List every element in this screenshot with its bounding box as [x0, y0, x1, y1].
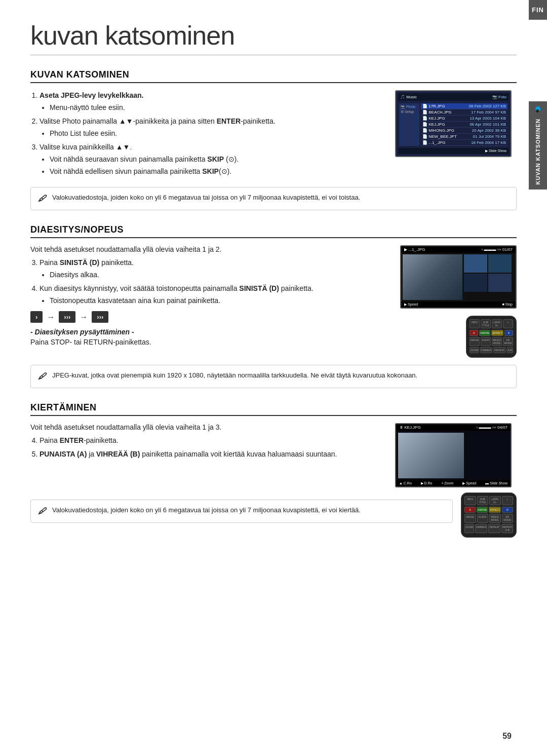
remote2-row2: A AMODE EFFECT D — [464, 507, 513, 513]
sidebar-dot: ● — [535, 106, 540, 111]
plus-btn[interactable]: + — [503, 319, 513, 328]
yellow-btn[interactable]: EFFECT — [491, 330, 503, 336]
r2-yellow-btn[interactable]: EFFECT — [489, 507, 500, 513]
r2-audio-btn[interactable]: AUDIO — [477, 514, 489, 523]
step-3b: Paina SINISTÄ (D) painiketta. Diaesitys … — [40, 257, 390, 280]
thumb2 — [488, 254, 512, 273]
blue-btn[interactable]: D — [504, 330, 513, 336]
file-row-7: 📄 ...1_.JPG 18 Feb 2004 17 KB — [421, 140, 507, 146]
arrow-sep1: → — [47, 313, 55, 322]
ss-stop: ■ Stop — [502, 303, 513, 307]
right-sidebar: ● KUVAN KATSOMINEN — [529, 101, 547, 190]
section2-header: DIAESITYS/NOPEUS — [30, 224, 517, 238]
stop-title: - Diaesityksen pysäyttäminen - — [30, 328, 390, 336]
arrow-sep2: → — [80, 313, 88, 322]
speed-arrows: › → ››› → ››› — [30, 311, 390, 323]
remote2-row3: IMAGE AUDIO MEDIA MODE SIF MODE — [464, 514, 513, 523]
mediamode-btn[interactable]: MEDIA MODE — [492, 337, 502, 346]
section2-content: Voit tehdä asetukset noudattamalla yllä … — [30, 245, 517, 358]
r2-info-btn[interactable]: INFO — [464, 496, 476, 505]
section3-note-area: 🖊 Valokuvatiedostoja, joiden koko on yli… — [30, 493, 517, 538]
green-btn[interactable]: AMODE — [479, 330, 490, 336]
rs-filename: ⏸ KEJ.JPG — [399, 425, 421, 430]
file-row-5: 📄 MIHONG.JPG 20 Apr 2002 38 KB — [421, 128, 507, 134]
step3-subs: Voit nähdä seuraavan sivun painamalla pa… — [40, 154, 385, 177]
r2-zoom2-btn[interactable]: ZOOM — [464, 524, 474, 533]
rotate-screen: ⏸ KEJ.JPG › ▬▬▬ ››› 04/07 ▲ C.Ro ▶ D.Ro … — [395, 423, 512, 487]
ss-footer: ▶ Speed ■ Stop — [401, 301, 516, 308]
repeat-btn[interactable]: REPEAT — [493, 347, 505, 353]
r2-mediamode-btn[interactable]: MEDIA MODE — [489, 514, 501, 523]
section2-note: 🖊 JPEG-kuvat, jotka ovat pienempiä kuin … — [30, 365, 517, 388]
section2-steps: Paina SINISTÄ (D) painiketta. Diaesitys … — [30, 257, 390, 306]
section-kuvan-katsominen: KUVAN KATSOMINEN Aseta JPEG-levy levykel… — [30, 69, 517, 210]
section-diaesitys: DIAESITYS/NOPEUS Voit tehdä asetukset no… — [30, 224, 517, 388]
file-row-6: 📄 NEW_BEE.JPT 01 Jul 2004 79 KB — [421, 134, 507, 140]
r2-repeat-btn[interactable]: REPEAT — [488, 524, 500, 533]
remote-control-2: INFO SUB TITLE +ZRPL S+ + A AMODE EFFECT… — [461, 493, 517, 538]
section2-intro: Voit tehdä asetukset noudattamalla yllä … — [30, 245, 390, 253]
page-title: kuvan katsominen — [30, 20, 517, 55]
photo-list-header: 🎵 Music 📷 Foto — [398, 93, 509, 101]
rs-slideshow: ▬ Slide Show — [485, 481, 507, 485]
remote2-top-buttons: INFO SUB TITLE +ZRPL S+ + — [464, 496, 513, 505]
red-btn[interactable]: A — [470, 330, 478, 336]
subtitle-btn[interactable]: SUB TITLE — [481, 319, 491, 328]
step3-sub2: Voit nähdä edellisen sivun painamalla pa… — [50, 166, 385, 177]
r2-ab-btn[interactable]: REPEAT A-B — [501, 524, 514, 533]
slideshow-screen: ▶ ...1_.JPG › ▬▬▬ ››› 01/07 — [400, 245, 517, 309]
dimmer-btn[interactable]: DIMMER — [480, 347, 492, 353]
note2-icon: 🖊 — [38, 370, 48, 383]
zoom-btn[interactable]: +ZRPL S+ — [492, 319, 502, 328]
arrow1: › — [30, 311, 43, 323]
step-4: Kun diaesitys käynnistyy, voit säätää to… — [40, 283, 390, 306]
section3-header: KIERTÄMINEN — [30, 402, 517, 416]
tab-music: 🎵 Music — [400, 95, 417, 99]
section1-image: 🎵 Music 📷 Foto 📷 Photo ⚙ Setup 📄 17R.JPG… — [395, 90, 517, 157]
section3-content: Voit tehdä asetukset noudattamalla yllä … — [30, 423, 517, 487]
info-btn[interactable]: INFO — [470, 319, 480, 328]
setup-label: ⚙ Setup — [401, 110, 418, 114]
r2-subtitle-btn[interactable]: SUB TITLE — [477, 496, 489, 505]
arrow2: ››› — [59, 311, 75, 323]
section2-text: Voit tehdä asetukset noudattamalla yllä … — [30, 245, 390, 346]
ab-btn[interactable]: A-B — [506, 347, 513, 353]
section3-image: ⏸ KEJ.JPG › ▬▬▬ ››› 04/07 ▲ C.Ro ▶ D.Ro … — [395, 423, 517, 487]
step2-sub1: Photo List tulee esiin. — [50, 128, 385, 139]
note3-icon: 🖊 — [38, 505, 48, 517]
image-btn[interactable]: IMAGE — [470, 337, 480, 346]
section3-text: Voit tehdä asetukset noudattamalla yllä … — [30, 423, 385, 463]
r2-image-btn[interactable]: IMAGE — [464, 514, 476, 523]
photo-label: 📷 Photo — [401, 105, 418, 109]
page-number: 59 — [502, 732, 512, 741]
r2-green-btn[interactable]: AMODE — [477, 507, 488, 513]
ss-image-inner — [403, 254, 462, 300]
r2-sifmode-btn[interactable]: SIF MODE — [502, 514, 514, 523]
zoom2-btn[interactable]: ZOOM — [470, 347, 479, 353]
remote-row3: IMAGE AUDIO MEDIA MODE SIF MODE — [470, 337, 513, 346]
file-list: 📄 17R.JPG 08 Feb 2003 127 KB 📄 BEACH.JPG… — [421, 103, 507, 146]
remote-top-buttons: INFO SUB TITLE +ZRPL S+ + — [470, 319, 513, 328]
rs-speed: ▶ Speed — [462, 481, 476, 485]
file-row-4: 📄 KEJ.JPG 06 Apr 2002 101 KB — [421, 122, 507, 128]
note2-text: JPEG-kuvat, jotka ovat pienempiä kuin 19… — [52, 370, 417, 381]
rs-progress: › ▬▬▬ ››› 04/07 — [477, 425, 507, 430]
sifmode-btn[interactable]: SIF MODE — [503, 337, 513, 346]
rs-footer: ▲ C.Ro ▶ D.Ro + Zoom ▶ Speed ▬ Slide Sho… — [396, 480, 511, 486]
step-3: Valitse kuva painikkeilla ▲▼. Voit nähdä… — [40, 142, 385, 177]
note3-text: Valokuvatiedostoja, joiden koko on yli 6… — [52, 505, 361, 515]
section2-images: ▶ ...1_.JPG › ▬▬▬ ››› 01/07 — [400, 245, 517, 358]
audio-btn[interactable]: AUDIO — [481, 337, 491, 346]
ss-speed: ▶ Speed — [404, 303, 418, 307]
ss-progress: › ▬▬▬ ››› 01/07 — [482, 247, 513, 252]
rs-body — [396, 431, 511, 480]
sidebar-label: KUVAN KATSOMINEN — [535, 119, 541, 184]
rs-rotate-b: ▶ D.Ro — [421, 481, 433, 485]
r2-dimmer-btn[interactable]: DIMMER — [475, 524, 487, 533]
r2-zoom-btn[interactable]: +ZRPL S+ — [489, 496, 501, 505]
r2-blue-btn[interactable]: D — [502, 507, 513, 513]
step1-subs: Menu-näyttö tulee esiin. — [40, 102, 385, 113]
remote2-container: INFO SUB TITLE +ZRPL S+ + A AMODE EFFECT… — [461, 493, 517, 538]
r2-plus-btn[interactable]: + — [502, 496, 514, 505]
r2-red-btn[interactable]: A — [464, 507, 476, 513]
